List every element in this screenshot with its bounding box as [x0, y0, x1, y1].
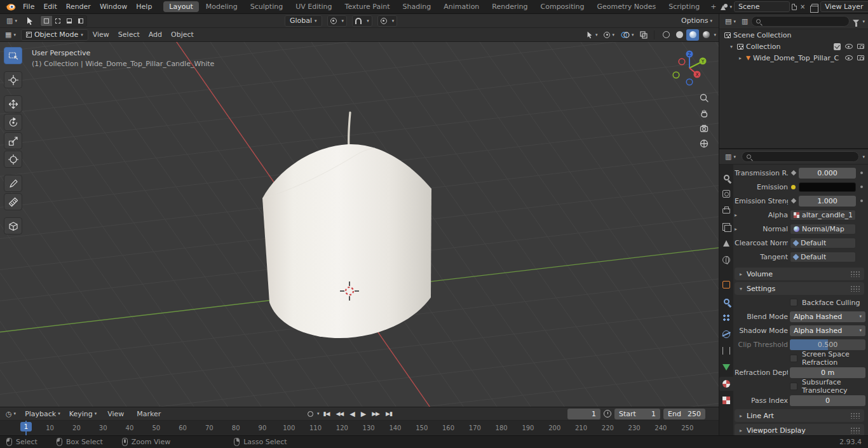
- normal-map-field[interactable]: Normal/Map: [790, 224, 856, 234]
- outliner-row-scene-collection[interactable]: Scene Collection: [719, 29, 868, 41]
- prev-keyframe-button[interactable]: ◀◀: [333, 411, 346, 417]
- menu-help[interactable]: Help: [132, 0, 156, 13]
- properties-editor-dropdown[interactable]: ▥▾: [722, 151, 738, 163]
- selectability-dropdown[interactable]: ▾: [583, 29, 600, 41]
- workspace-tab-rendering[interactable]: Rendering: [486, 1, 533, 12]
- play-button[interactable]: ▶: [358, 410, 368, 418]
- auto-keying-toggle[interactable]: [305, 408, 316, 419]
- tab-tool[interactable]: [719, 170, 733, 184]
- collection-expand-icon[interactable]: ▾: [728, 44, 735, 50]
- timeline-playhead[interactable]: 1: [25, 421, 27, 435]
- toggle-ortho-button[interactable]: [698, 137, 710, 150]
- candle-object[interactable]: [262, 112, 431, 338]
- pivot-arrow-icon[interactable]: ▾: [339, 16, 347, 26]
- backface-culling-checkbox[interactable]: [790, 299, 797, 306]
- panel-settings[interactable]: ▾Settings: [735, 282, 864, 295]
- clip-threshold-slider[interactable]: 0.500: [790, 339, 865, 350]
- camera-view-button[interactable]: [698, 122, 710, 135]
- collection-render-camera-icon[interactable]: [857, 44, 864, 49]
- tab-object-data[interactable]: [719, 360, 733, 374]
- editor-type-dropdown[interactable]: ▦▾: [3, 29, 18, 41]
- menu-window[interactable]: Window: [95, 0, 132, 13]
- collection-checkbox[interactable]: [834, 43, 841, 50]
- subsurface-translucency-checkbox[interactable]: [790, 383, 797, 390]
- shading-material-preview-button[interactable]: [686, 29, 699, 41]
- current-frame-field[interactable]: 1: [567, 409, 600, 419]
- panel-viewport-display[interactable]: ▸Viewport Display: [735, 424, 864, 435]
- zoom-view-button[interactable]: [698, 92, 710, 104]
- proportional-edit-icon[interactable]: [378, 16, 390, 26]
- panel-line-art[interactable]: ▸Line Art: [735, 409, 864, 422]
- next-keyframe-button[interactable]: ▶▶: [369, 411, 382, 417]
- tool-move[interactable]: [4, 95, 22, 112]
- workspace-tab-uv-editing[interactable]: UV Editing: [290, 1, 337, 12]
- tool-settings-editor-dropdown[interactable]: ▥▾: [4, 15, 20, 27]
- timeline-marker-menu[interactable]: Marker: [132, 407, 165, 421]
- use-preview-range-icon[interactable]: [604, 410, 611, 417]
- shadow-mode-dropdown[interactable]: Alpha Hashed▾: [790, 325, 865, 336]
- tab-physics[interactable]: [719, 327, 733, 341]
- pan-view-button[interactable]: [698, 107, 710, 119]
- keyframe-diamond-icon[interactable]: [790, 171, 797, 175]
- timeline-view-menu[interactable]: View: [103, 407, 128, 421]
- workspace-tab-animation[interactable]: Animation: [438, 1, 485, 12]
- blender-logo-icon[interactable]: [5, 2, 16, 11]
- decorator-dot[interactable]: [858, 172, 865, 174]
- menu-file[interactable]: File: [18, 0, 39, 13]
- select-mode-subtract[interactable]: [64, 16, 75, 26]
- outliner-editor-dropdown[interactable]: ▤▾: [722, 16, 738, 27]
- keying-menu[interactable]: Keying▾: [67, 408, 99, 419]
- clearcoat-normal-field[interactable]: Default: [790, 238, 856, 248]
- gizmo-minus-y-axis[interactable]: [673, 72, 679, 78]
- select-mode-extend[interactable]: [52, 16, 64, 26]
- workspace-tab-layout[interactable]: Layout: [163, 1, 198, 12]
- pivot-icon[interactable]: [328, 16, 339, 26]
- orientation-dropdown[interactable]: Global▾: [285, 15, 322, 27]
- scene-name-field[interactable]: Scene: [734, 1, 790, 12]
- tab-world[interactable]: [719, 253, 733, 267]
- tool-measure[interactable]: [4, 193, 22, 210]
- outliner-row-collection[interactable]: ▾ Collection: [719, 41, 868, 52]
- tool-add-cube[interactable]: [4, 217, 22, 234]
- pass-index-field[interactable]: 0: [790, 395, 865, 406]
- menu-view[interactable]: View: [88, 28, 114, 41]
- decorator-dot[interactable]: [858, 200, 865, 202]
- tool-box-select[interactable]: [4, 47, 22, 64]
- workspace-tab-geometry-nodes[interactable]: Geometry Nodes: [591, 1, 661, 12]
- gizmo-minus-x-axis[interactable]: [679, 58, 685, 65]
- proportional-dropdown-icon[interactable]: ▾: [390, 16, 397, 26]
- tab-render[interactable]: [719, 187, 733, 201]
- tab-constraints[interactable]: [719, 344, 733, 358]
- alpha-expand-icon[interactable]: ▸: [735, 212, 742, 218]
- keyframe-diamond-icon[interactable]: [790, 199, 797, 203]
- tab-output[interactable]: [719, 203, 733, 217]
- workspace-tab-sculpting[interactable]: Sculpting: [245, 1, 288, 12]
- object-render-camera-icon[interactable]: [857, 55, 864, 60]
- alpha-texture-field[interactable]: altar_candle_1.4_Re...: [790, 210, 856, 221]
- properties-search-input[interactable]: [742, 151, 860, 162]
- outliner-display-mode-icon[interactable]: ▥: [742, 17, 748, 25]
- tool-rotate[interactable]: [4, 114, 22, 131]
- workspace-tab-shading[interactable]: Shading: [397, 1, 437, 12]
- tab-view-layer[interactable]: [719, 220, 733, 234]
- scene-icon[interactable]: [721, 3, 728, 10]
- refraction-depth-field[interactable]: 0 m: [790, 367, 865, 378]
- object-expand-icon[interactable]: ▸: [737, 55, 743, 61]
- tab-scene[interactable]: [719, 236, 733, 250]
- menu-object[interactable]: Object: [166, 28, 198, 41]
- shading-rendered-button[interactable]: [700, 29, 712, 41]
- workspace-tab-modeling[interactable]: Modeling: [200, 1, 243, 12]
- tool-cursor[interactable]: [4, 71, 22, 88]
- object-hide-eye-icon[interactable]: [845, 55, 853, 60]
- snap-magnet-icon[interactable]: [353, 16, 364, 26]
- gizmo-minus-z-axis[interactable]: [686, 79, 693, 85]
- jump-to-start-button[interactable]: ▮◀: [321, 411, 332, 417]
- decorator-dot[interactable]: [858, 186, 865, 188]
- outliner-row-object[interactable]: ▸ ▼ Wide_Dome_Top_Pillar_C: [719, 52, 868, 64]
- new-scene-icon[interactable]: [792, 4, 797, 10]
- view-layer-icon[interactable]: [811, 4, 818, 10]
- menu-render[interactable]: Render: [62, 0, 95, 13]
- tab-texture[interactable]: [719, 393, 733, 407]
- shading-dropdown-icon[interactable]: ▾: [714, 32, 716, 37]
- tool-annotate[interactable]: [4, 175, 22, 192]
